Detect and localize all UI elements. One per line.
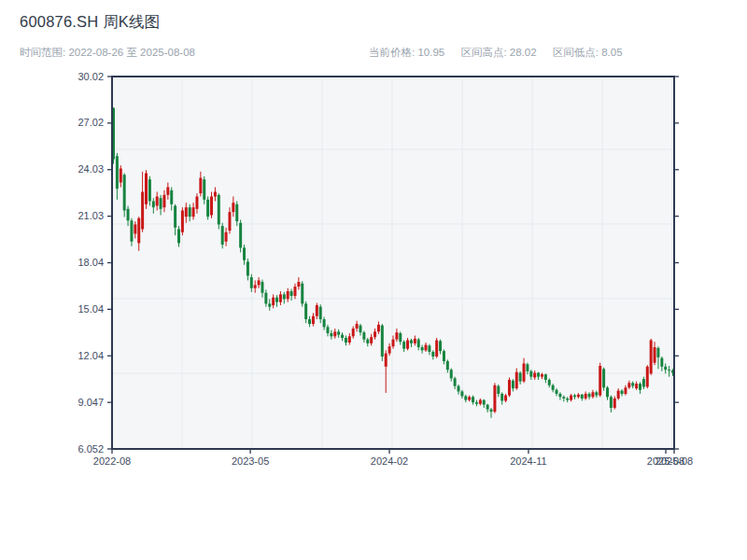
candle-body [650,341,653,374]
candle-body [406,341,409,349]
candle [435,338,438,358]
candle-body [541,374,543,377]
candle-body [475,402,478,404]
candle-body [272,298,275,305]
candle-body [170,190,173,204]
candle-body [359,326,361,332]
candle-body [562,397,565,399]
candle-body [602,369,605,387]
candle-body [610,397,613,408]
candle [206,197,209,220]
candle-body [425,345,428,351]
y-tick-label: 30.02 [78,71,104,82]
plot-background [112,77,674,449]
candle-body [218,195,220,225]
candle-body [362,332,365,339]
candle-body [591,392,594,397]
candle-body [148,179,151,201]
candle [650,339,653,375]
candle-body [621,391,624,394]
candle-body [577,395,580,398]
candle-body [468,397,471,399]
candle-body [668,370,670,371]
candle-body [304,303,307,319]
candle-body [261,282,263,293]
candle-body [439,341,442,351]
candle-body [479,400,482,404]
candle-body [654,347,656,363]
candle-body [566,399,569,400]
candle-body [493,385,496,412]
candle-body [356,324,359,329]
candle-body [537,372,540,376]
candle-body [290,291,293,296]
candle-body [308,319,311,324]
candle-body [454,378,457,385]
candle [508,377,511,397]
candle-body [145,174,148,204]
y-tick-label: 9.047 [78,397,104,408]
candle-body [660,358,663,367]
kline-chart: 30.0227.0224.0321.0318.0415.0412.049.047… [0,0,747,560]
candle-body [635,384,638,388]
candle-body [137,218,140,244]
candle-body [508,380,511,396]
candle-body [330,333,332,336]
y-tick-label: 24.03 [78,163,104,175]
candle-body [250,277,253,288]
candle-body [414,339,416,343]
candle-body [210,197,213,216]
candle [301,281,303,306]
candle-body [225,232,228,242]
candle-body [570,396,572,400]
candle-body [573,396,576,398]
candle-body [431,352,434,357]
candle-body [203,179,205,200]
candle-body [254,285,257,287]
candle-body [529,371,532,377]
candle-body [283,294,286,299]
candle [218,193,220,229]
candle-body [556,390,558,394]
candle-body [595,392,598,395]
candle-body [134,224,136,233]
candle-body [417,340,420,347]
candle-body [130,220,133,241]
candle-body [585,394,587,399]
candle-body [156,197,159,206]
candle-body [301,284,303,304]
candle-body [464,396,467,399]
candle-body [504,396,507,401]
candle-body [152,202,155,208]
candle-body [519,372,522,381]
candle [123,174,126,217]
x-tick-label: 2025-08 [655,455,693,467]
candle-body [613,399,616,408]
candle [181,207,184,235]
candle-body [642,379,645,386]
candle-body [120,169,122,183]
candle-body [533,372,536,377]
candle-body [232,203,234,212]
candle-body [443,351,445,361]
candle-body [235,204,238,221]
candle-body [195,197,198,209]
y-tick-label: 18.04 [78,257,104,268]
candle-body [312,316,315,324]
candle-body [221,226,224,245]
y-tick-label: 21.03 [78,210,104,221]
candle-body [116,156,119,189]
candle-body [399,333,402,342]
candle-body [189,207,191,217]
candle-body [275,298,278,302]
candle-body [450,370,453,378]
candle-body [428,345,430,352]
y-tick-label: 6.052 [78,443,104,455]
candle-body [166,188,169,195]
candle-body [345,338,347,343]
candle-body [497,386,500,394]
candle-body [366,340,369,343]
candle-body [402,342,405,348]
candle-body [515,372,518,388]
candle-body [264,293,267,304]
